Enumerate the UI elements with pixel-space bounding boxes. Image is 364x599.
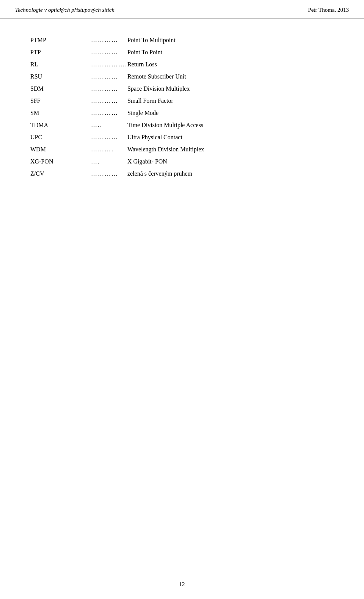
abbreviation-term: XG-PON (30, 156, 91, 168)
abbreviation-dots: ………… (91, 107, 127, 119)
list-item: PTMP…………Point To Multipoint (30, 34, 334, 46)
abbreviation-term: UPC (30, 131, 91, 143)
abbreviation-definition: Point To Point (127, 46, 334, 58)
abbreviation-definition: Point To Multipoint (127, 34, 334, 46)
abbreviation-definition: Wavelength Division Multiplex (127, 143, 334, 156)
list-item: SFF…………Small Form Factor (30, 95, 334, 107)
abbreviation-term: PTMP (30, 34, 91, 46)
abbreviation-term: WDM (30, 143, 91, 156)
abbreviation-dots: ……………. (91, 58, 127, 71)
abbreviation-definition: zelená s červeným pruhem (127, 168, 334, 180)
abbreviation-dots: ….. (91, 119, 127, 131)
list-item: TDMA…..Time Division Multiple Access (30, 119, 334, 131)
list-item: RL…………….Return Loss (30, 58, 334, 71)
list-item: Z/CV…………zelená s červeným pruhem (30, 168, 334, 180)
list-item: SDM…………Space Division Multiplex (30, 83, 334, 95)
abbreviation-dots: ………… (91, 46, 127, 58)
abbreviation-definition: Space Division Multiplex (127, 83, 334, 95)
abbreviations-table: PTMP…………Point To MultipointPTP…………Point … (30, 34, 334, 180)
page-number: 12 (179, 581, 185, 587)
abbreviation-dots: …. (91, 156, 127, 168)
content: PTMP…………Point To MultipointPTP…………Point … (0, 30, 364, 203)
page-footer: 12 (0, 581, 364, 588)
header-author: Petr Thoma, 2013 (308, 7, 349, 13)
page-header: Technologie v optických přístupových sít… (0, 0, 364, 19)
list-item: RSU…………Remote Subscriber Unit (30, 71, 334, 83)
abbreviation-dots: ………. (91, 143, 127, 156)
abbreviation-dots: ………… (91, 71, 127, 83)
abbreviation-term: PTP (30, 46, 91, 58)
abbreviation-term: TDMA (30, 119, 91, 131)
abbreviation-definition: X Gigabit- PON (127, 156, 334, 168)
list-item: WDM……….Wavelength Division Multiplex (30, 143, 334, 156)
abbreviation-definition: Return Loss (127, 58, 334, 71)
abbreviation-definition: Remote Subscriber Unit (127, 71, 334, 83)
abbreviation-definition: Single Mode (127, 107, 334, 119)
abbreviation-term: SFF (30, 95, 91, 107)
abbreviation-definition: Small Form Factor (127, 95, 334, 107)
header-title: Technologie v optických přístupových sít… (15, 7, 115, 13)
abbreviation-term: SM (30, 107, 91, 119)
abbreviation-term: RSU (30, 71, 91, 83)
abbreviation-dots: ………… (91, 83, 127, 95)
abbreviation-dots: ………… (91, 131, 127, 143)
list-item: PTP…………Point To Point (30, 46, 334, 58)
list-item: XG-PON….X Gigabit- PON (30, 156, 334, 168)
abbreviation-dots: ………… (91, 168, 127, 180)
abbreviation-term: RL (30, 58, 91, 71)
abbreviation-definition: Time Division Multiple Access (127, 119, 334, 131)
abbreviation-definition: Ultra Physical Contact (127, 131, 334, 143)
abbreviation-dots: ………… (91, 34, 127, 46)
abbreviation-dots: ………… (91, 95, 127, 107)
abbreviation-term: Z/CV (30, 168, 91, 180)
abbreviation-term: SDM (30, 83, 91, 95)
list-item: UPC…………Ultra Physical Contact (30, 131, 334, 143)
list-item: SM…………Single Mode (30, 107, 334, 119)
